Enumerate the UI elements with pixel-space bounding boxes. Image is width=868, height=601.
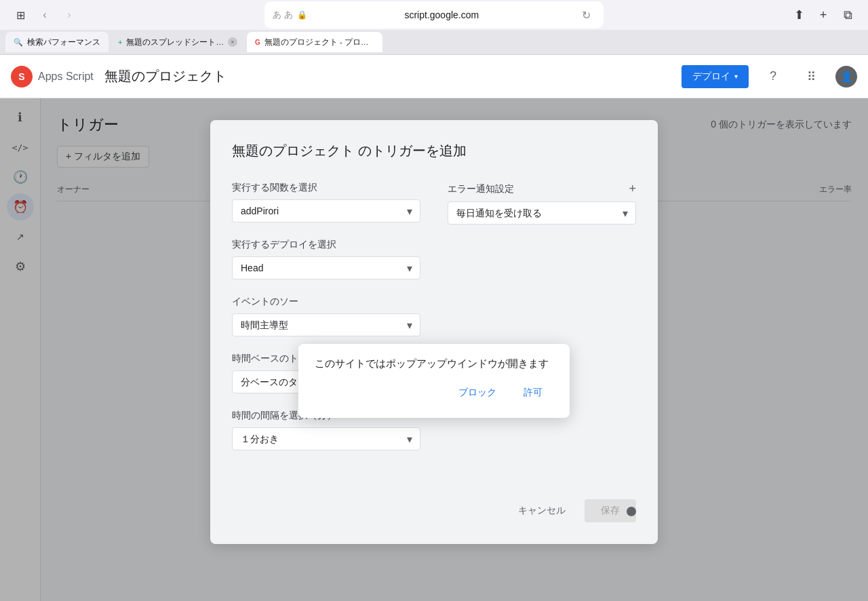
tab-spreadsheet-close[interactable]: × <box>228 37 237 47</box>
error-select-wrapper: 毎日通知を受け取る <box>448 201 636 225</box>
tab-script-icon: G <box>255 39 260 46</box>
app-container: S Apps Script 無題のプロジェクト デプロイ ▾ ? ⠿ 👤 ℹ <… <box>0 55 868 601</box>
deploy-label: 実行するデプロイを選択 <box>232 239 420 251</box>
deploy-arrow-icon: ▾ <box>734 73 738 80</box>
svg-text:S: S <box>18 71 24 82</box>
modal-right-column: エラー通知設定 + 毎日通知を受け取る <box>448 182 636 467</box>
error-group: エラー通知設定 + 毎日通知を受け取る <box>448 182 636 225</box>
new-tab-button[interactable]: + <box>814 5 833 24</box>
app-header: S Apps Script 無題のプロジェクト デプロイ ▾ ? ⠿ 👤 <box>0 55 868 98</box>
tab-spreadsheet-icon: + <box>118 38 122 46</box>
error-section-header: エラー通知設定 + <box>448 182 636 196</box>
lock-icon: 🔒 <box>297 10 307 20</box>
error-select[interactable]: 毎日通知を受け取る <box>448 201 636 225</box>
tabs-button[interactable]: ⧉ <box>838 5 857 24</box>
browser-tabs: 🔍 検索パフォーマンス + 無題のスプレッドシート - Google スプレッド… <box>0 30 868 54</box>
popup-notification: このサイトではポップアップウインドウが開きます ブロック 許可 <box>298 344 570 418</box>
tab-search-title: 検索パフォーマンス <box>27 37 100 47</box>
popup-actions: ブロック 許可 <box>315 381 553 404</box>
function-label: 実行する関数を選択 <box>232 182 420 194</box>
tab-spreadsheet-title: 無題のスプレッドシート - Google スプレッドシート <box>126 37 224 47</box>
browser-actions: ⬆ + ⧉ <box>789 5 857 24</box>
modal-columns: 実行する関数を選択 addPirori 実行するデプロイを選択 <box>232 182 636 467</box>
sidebar-toggle-button[interactable]: ⊞ <box>11 5 30 24</box>
browser-chrome: ⊞ ‹ › あ あ 🔒 script.google.com ↻ ⬆ + ⧉ 🔍 … <box>0 0 868 55</box>
refresh-button[interactable]: ↻ <box>576 5 595 24</box>
deploy-select-wrapper: Head <box>232 256 420 279</box>
tab-spreadsheet[interactable]: + 無題のスプレッドシート - Google スプレッドシート × <box>110 32 245 52</box>
function-select[interactable]: addPirori <box>232 199 420 222</box>
deploy-select[interactable]: Head <box>232 256 420 279</box>
event-source-label: イベントのソー <box>232 296 420 308</box>
event-source-select[interactable]: 時間主導型 <box>232 313 420 336</box>
nav-buttons: ⊞ ‹ › <box>11 5 79 24</box>
address-label: あ あ <box>273 9 293 21</box>
app-logo: S Apps Script <box>11 66 94 88</box>
loading-spinner <box>627 507 636 516</box>
tab-script-title: 無題のプロジェクト - プロジェクトのトリガー - Apps Script <box>264 37 374 47</box>
browser-toolbar: ⊞ ‹ › あ あ 🔒 script.google.com ↻ ⬆ + ⧉ <box>0 0 868 30</box>
trigger-modal: 無題のプロジェクト のトリガーを追加 実行する関数を選択 addPirori <box>210 120 658 544</box>
deploy-label: デプロイ <box>692 71 730 83</box>
interval-select[interactable]: １分おき <box>232 427 420 450</box>
event-source-select-wrapper: 時間主導型 <box>232 313 420 336</box>
deploy-button[interactable]: デプロイ ▾ <box>682 65 749 88</box>
popup-message: このサイトではポップアップウインドウが開きます <box>315 357 553 370</box>
event-source-group: イベントのソー 時間主導型 <box>232 296 420 336</box>
apps-button[interactable]: ⠿ <box>797 63 825 90</box>
error-label: エラー通知設定 <box>448 183 514 195</box>
popup-allow-button[interactable]: 許可 <box>513 381 553 404</box>
error-add-button[interactable]: + <box>629 182 636 196</box>
cancel-button[interactable]: キャンセル <box>507 499 576 522</box>
back-button[interactable]: ‹ <box>35 5 54 24</box>
tab-script[interactable]: G 無題のプロジェクト - プロジェクトのトリガー - Apps Script <box>247 32 382 52</box>
app-body: ℹ </> 🕐 ⏰ ↗ ⚙ トリガー 0 個のトリガーを表示しています + フィ… <box>0 98 868 601</box>
modal-overlay: 無題のプロジェクト のトリガーを追加 実行する関数を選択 addPirori <box>0 98 868 601</box>
address-url: script.google.com <box>311 9 572 20</box>
modal-title: 無題のプロジェクト のトリガーを追加 <box>232 142 636 160</box>
app-project-name: 無題のプロジェクト <box>104 67 226 85</box>
function-group: 実行する関数を選択 addPirori <box>232 182 420 222</box>
apps-script-logo-icon: S <box>11 66 33 88</box>
interval-select-wrapper: １分おき <box>232 427 420 450</box>
forward-button[interactable]: › <box>60 5 79 24</box>
function-select-wrapper: addPirori <box>232 199 420 222</box>
help-button[interactable]: ? <box>760 63 787 90</box>
content-area: トリガー 0 個のトリガーを表示しています + フィルタを追加 オーナー エラー… <box>41 98 868 601</box>
popup-block-button[interactable]: ブロック <box>448 381 507 404</box>
tab-search-icon: 🔍 <box>14 38 23 47</box>
tab-search[interactable]: 🔍 検索パフォーマンス <box>5 32 108 52</box>
modal-left-column: 実行する関数を選択 addPirori 実行するデプロイを選択 <box>232 182 420 467</box>
share-button[interactable]: ⬆ <box>789 5 808 24</box>
deploy-group: 実行するデプロイを選択 Head <box>232 239 420 279</box>
app-logo-text: Apps Script <box>38 71 94 83</box>
modal-footer: キャンセル 保存 <box>232 488 636 522</box>
address-bar[interactable]: あ あ 🔒 script.google.com ↻ <box>264 1 604 28</box>
user-avatar[interactable]: 👤 <box>835 66 857 88</box>
